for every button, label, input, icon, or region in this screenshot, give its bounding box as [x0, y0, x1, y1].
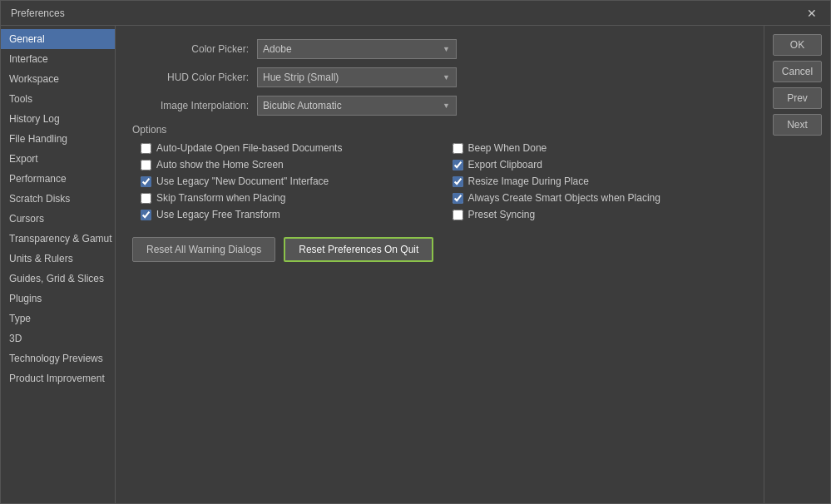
- options-grid: Auto-Update Open File-based DocumentsBee…: [141, 142, 747, 220]
- checkbox-label-cb2: Beep When Done: [468, 142, 547, 154]
- sidebar-item-product-improvement[interactable]: Product Improvement: [1, 368, 115, 388]
- hud-color-picker-wrapper: Hue Strip (Small) Hue Wheel (Small) Hue …: [257, 67, 457, 87]
- checkbox-cb2[interactable]: [453, 143, 463, 154]
- checkbox-cb3[interactable]: [141, 160, 151, 170]
- checkbox-cb5[interactable]: [141, 176, 151, 187]
- next-button[interactable]: Next: [773, 114, 822, 136]
- checkbox-cb4[interactable]: [453, 160, 463, 170]
- dialog-title: Preferences: [11, 7, 65, 19]
- checkbox-cb1[interactable]: [141, 143, 151, 154]
- sidebar-item-cursors[interactable]: Cursors: [1, 209, 115, 229]
- sidebar-item-interface[interactable]: Interface: [1, 49, 115, 69]
- sidebar-item-workspace[interactable]: Workspace: [1, 69, 115, 89]
- sidebar-item-scratch-disks[interactable]: Scratch Disks: [1, 189, 115, 209]
- title-bar: Preferences ✕: [1, 1, 830, 26]
- close-button[interactable]: ✕: [804, 5, 820, 22]
- image-interpolation-label: Image Interpolation:: [132, 100, 257, 111]
- color-picker-wrapper: Adobe Windows: [257, 39, 457, 59]
- options-label: Options: [132, 124, 747, 136]
- checkbox-label-cb9: Use Legacy Free Transform: [156, 209, 280, 220]
- sidebar-item-guides-grid-slices[interactable]: Guides, Grid & Slices: [1, 269, 115, 289]
- sidebar-item-3d[interactable]: 3D: [1, 329, 115, 348]
- checkbox-cb9[interactable]: [141, 210, 151, 220]
- checkbox-row-cb6[interactable]: Resize Image During Place: [453, 175, 748, 187]
- checkbox-label-cb10: Preset Syncing: [468, 209, 536, 220]
- sidebar-item-type[interactable]: Type: [1, 309, 115, 329]
- checkbox-row-cb7[interactable]: Skip Transform when Placing: [141, 192, 436, 204]
- checkbox-label-cb1: Auto-Update Open File-based Documents: [156, 142, 342, 154]
- main-content: GeneralInterfaceWorkspaceToolsHistory Lo…: [1, 26, 830, 503]
- color-picker-row: Color Picker: Adobe Windows: [132, 39, 747, 59]
- hud-color-picker-row: HUD Color Picker: Hue Strip (Small) Hue …: [132, 67, 747, 87]
- image-interpolation-wrapper: Bicubic Automatic Nearest Neighbor Bilin…: [257, 96, 457, 116]
- prev-button[interactable]: Prev: [773, 87, 822, 109]
- checkbox-cb10[interactable]: [453, 210, 463, 220]
- reset-warnings-button[interactable]: Reset All Warning Dialogs: [132, 237, 275, 262]
- checkbox-row-cb8[interactable]: Always Create Smart Objects when Placing: [453, 192, 748, 204]
- sidebar-item-units-rulers[interactable]: Units & Rulers: [1, 249, 115, 269]
- sidebar-item-technology-previews[interactable]: Technology Previews: [1, 348, 115, 368]
- sidebar-item-history-log[interactable]: History Log: [1, 109, 115, 129]
- sidebar-item-transparency-gamut[interactable]: Transparency & Gamut: [1, 229, 115, 249]
- checkbox-label-cb3: Auto show the Home Screen: [156, 159, 284, 170]
- checkbox-label-cb5: Use Legacy "New Document" Interface: [156, 175, 329, 187]
- cancel-button[interactable]: Cancel: [773, 61, 822, 82]
- checkbox-row-cb3[interactable]: Auto show the Home Screen: [141, 159, 436, 170]
- checkbox-label-cb6: Resize Image During Place: [468, 175, 589, 187]
- color-picker-label: Color Picker:: [132, 43, 257, 55]
- sidebar-item-performance[interactable]: Performance: [1, 169, 115, 189]
- sidebar-item-plugins[interactable]: Plugins: [1, 289, 115, 309]
- content-area: Color Picker: Adobe Windows HUD Color Pi…: [116, 26, 764, 503]
- sidebar-item-tools[interactable]: Tools: [1, 89, 115, 109]
- checkbox-cb8[interactable]: [453, 193, 463, 204]
- sidebar-item-file-handling[interactable]: File Handling: [1, 129, 115, 149]
- checkbox-row-cb9[interactable]: Use Legacy Free Transform: [141, 209, 436, 220]
- hud-color-picker-select[interactable]: Hue Strip (Small) Hue Wheel (Small) Hue …: [257, 67, 457, 87]
- sidebar: GeneralInterfaceWorkspaceToolsHistory Lo…: [1, 26, 116, 503]
- checkbox-row-cb1[interactable]: Auto-Update Open File-based Documents: [141, 142, 436, 154]
- checkbox-row-cb4[interactable]: Export Clipboard: [453, 159, 748, 170]
- sidebar-item-general[interactable]: General: [1, 29, 115, 49]
- options-section: Options Auto-Update Open File-based Docu…: [132, 124, 747, 220]
- button-row: Reset All Warning Dialogs Reset Preferen…: [132, 237, 747, 262]
- checkbox-row-cb2[interactable]: Beep When Done: [453, 142, 748, 154]
- checkbox-cb7[interactable]: [141, 193, 151, 204]
- color-picker-select[interactable]: Adobe Windows: [257, 39, 457, 59]
- image-interpolation-select[interactable]: Bicubic Automatic Nearest Neighbor Bilin…: [257, 96, 457, 116]
- sidebar-item-export[interactable]: Export: [1, 149, 115, 169]
- checkbox-label-cb7: Skip Transform when Placing: [156, 192, 285, 204]
- action-buttons: OK Cancel Prev Next: [764, 26, 830, 503]
- checkbox-row-cb10[interactable]: Preset Syncing: [453, 209, 748, 220]
- checkbox-cb6[interactable]: [453, 176, 463, 187]
- preferences-dialog: Preferences ✕ GeneralInterfaceWorkspaceT…: [0, 0, 831, 504]
- hud-color-picker-label: HUD Color Picker:: [132, 72, 257, 83]
- image-interpolation-row: Image Interpolation: Bicubic Automatic N…: [132, 96, 747, 116]
- ok-button[interactable]: OK: [773, 34, 822, 56]
- checkbox-label-cb8: Always Create Smart Objects when Placing: [468, 192, 660, 204]
- reset-preferences-button[interactable]: Reset Preferences On Quit: [284, 237, 433, 262]
- checkbox-label-cb4: Export Clipboard: [468, 159, 542, 170]
- checkbox-row-cb5[interactable]: Use Legacy "New Document" Interface: [141, 175, 436, 187]
